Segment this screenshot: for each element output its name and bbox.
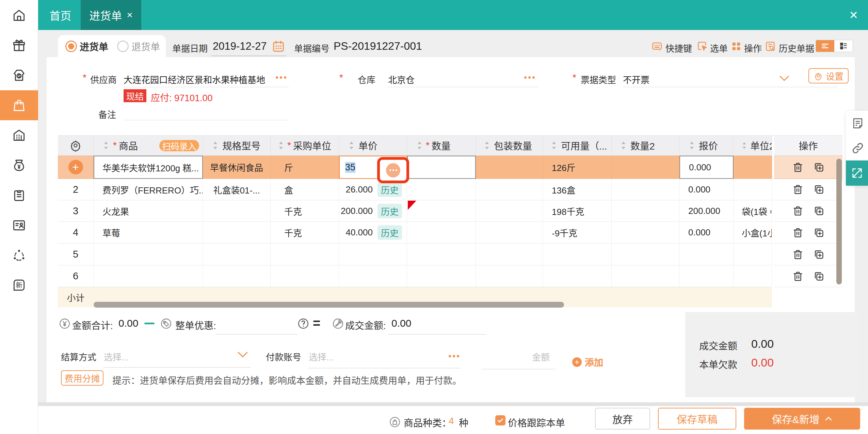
svg-text:新: 新 bbox=[16, 282, 22, 289]
svg-text:$: $ bbox=[18, 74, 20, 79]
